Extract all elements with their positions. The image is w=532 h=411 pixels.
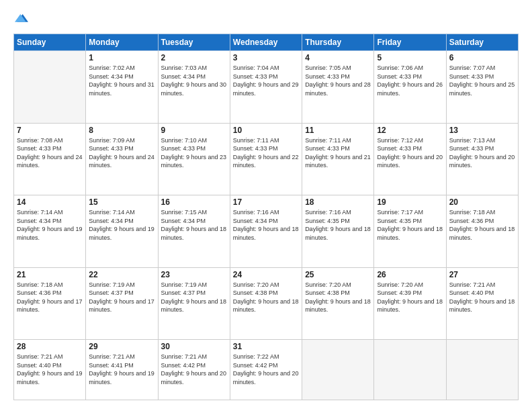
calendar-cell <box>14 51 86 124</box>
calendar-cell: 14Sunrise: 7:14 AMSunset: 4:34 PMDayligh… <box>14 195 86 268</box>
calendar-cell: 21Sunrise: 7:18 AMSunset: 4:36 PMDayligh… <box>14 267 86 340</box>
day-info: Sunrise: 7:03 AMSunset: 4:34 PMDaylight:… <box>161 64 227 97</box>
calendar-cell: 16Sunrise: 7:15 AMSunset: 4:34 PMDayligh… <box>158 195 230 268</box>
calendar-cell: 2Sunrise: 7:03 AMSunset: 4:34 PMDaylight… <box>158 51 230 124</box>
calendar-cell: 18Sunrise: 7:16 AMSunset: 4:35 PMDayligh… <box>302 195 374 268</box>
day-info: Sunrise: 7:21 AMSunset: 4:41 PMDaylight:… <box>89 353 154 386</box>
day-number: 18 <box>305 197 371 207</box>
calendar-cell: 23Sunrise: 7:19 AMSunset: 4:37 PMDayligh… <box>158 267 230 340</box>
weekday-header-cell: Tuesday <box>158 34 230 51</box>
day-number: 6 <box>449 53 515 62</box>
day-info: Sunrise: 7:14 AMSunset: 4:34 PMDaylight:… <box>89 208 154 242</box>
day-number: 21 <box>17 270 83 279</box>
calendar-body: 1Sunrise: 7:02 AMSunset: 4:34 PMDaylight… <box>14 51 519 400</box>
day-info: Sunrise: 7:13 AMSunset: 4:33 PMDaylight:… <box>449 136 515 170</box>
day-info: Sunrise: 7:18 AMSunset: 4:36 PMDaylight:… <box>449 208 515 242</box>
logo-icon <box>15 11 28 24</box>
day-number: 17 <box>233 197 299 207</box>
calendar-cell: 17Sunrise: 7:16 AMSunset: 4:34 PMDayligh… <box>230 195 302 268</box>
calendar-cell: 24Sunrise: 7:20 AMSunset: 4:38 PMDayligh… <box>230 267 302 340</box>
calendar-cell: 26Sunrise: 7:20 AMSunset: 4:39 PMDayligh… <box>374 267 446 340</box>
weekday-header-cell: Thursday <box>302 34 374 51</box>
header <box>13 11 519 27</box>
calendar-cell: 13Sunrise: 7:13 AMSunset: 4:33 PMDayligh… <box>446 123 518 195</box>
calendar-cell: 1Sunrise: 7:02 AMSunset: 4:34 PMDaylight… <box>86 51 158 124</box>
calendar-cell: 15Sunrise: 7:14 AMSunset: 4:34 PMDayligh… <box>86 195 158 268</box>
day-number: 27 <box>449 270 515 279</box>
calendar-cell: 8Sunrise: 7:09 AMSunset: 4:33 PMDaylight… <box>86 123 158 195</box>
calendar-cell: 7Sunrise: 7:08 AMSunset: 4:33 PMDaylight… <box>14 123 86 195</box>
day-info: Sunrise: 7:06 AMSunset: 4:33 PMDaylight:… <box>377 64 443 97</box>
calendar-cell: 28Sunrise: 7:21 AMSunset: 4:40 PMDayligh… <box>14 340 86 400</box>
weekday-header-cell: Saturday <box>446 34 518 51</box>
day-info: Sunrise: 7:05 AMSunset: 4:33 PMDaylight:… <box>305 64 371 97</box>
day-info: Sunrise: 7:08 AMSunset: 4:33 PMDaylight:… <box>17 136 83 170</box>
day-number: 16 <box>161 197 227 207</box>
weekday-header-row: SundayMondayTuesdayWednesdayThursdayFrid… <box>14 34 519 51</box>
calendar-cell: 20Sunrise: 7:18 AMSunset: 4:36 PMDayligh… <box>446 195 518 268</box>
day-info: Sunrise: 7:18 AMSunset: 4:36 PMDaylight:… <box>17 281 83 314</box>
day-number: 10 <box>233 126 299 135</box>
day-info: Sunrise: 7:20 AMSunset: 4:39 PMDaylight:… <box>377 281 443 314</box>
day-info: Sunrise: 7:20 AMSunset: 4:38 PMDaylight:… <box>233 281 299 314</box>
day-number: 22 <box>89 270 154 279</box>
calendar-cell: 30Sunrise: 7:21 AMSunset: 4:42 PMDayligh… <box>158 340 230 400</box>
day-number: 19 <box>377 197 443 207</box>
day-info: Sunrise: 7:17 AMSunset: 4:35 PMDaylight:… <box>377 208 443 242</box>
day-info: Sunrise: 7:16 AMSunset: 4:34 PMDaylight:… <box>233 208 299 242</box>
calendar-cell: 5Sunrise: 7:06 AMSunset: 4:33 PMDaylight… <box>374 51 446 124</box>
calendar-cell: 11Sunrise: 7:11 AMSunset: 4:33 PMDayligh… <box>302 123 374 195</box>
calendar-cell <box>374 340 446 400</box>
day-number: 1 <box>89 53 154 62</box>
calendar-cell: 9Sunrise: 7:10 AMSunset: 4:33 PMDaylight… <box>158 123 230 195</box>
day-info: Sunrise: 7:04 AMSunset: 4:33 PMDaylight:… <box>233 64 299 97</box>
day-info: Sunrise: 7:16 AMSunset: 4:35 PMDaylight:… <box>305 208 371 242</box>
calendar-week-row: 21Sunrise: 7:18 AMSunset: 4:36 PMDayligh… <box>14 267 519 340</box>
day-info: Sunrise: 7:11 AMSunset: 4:33 PMDaylight:… <box>305 136 371 170</box>
weekday-header-cell: Friday <box>374 34 446 51</box>
calendar-table: SundayMondayTuesdayWednesdayThursdayFrid… <box>13 34 519 400</box>
day-info: Sunrise: 7:11 AMSunset: 4:33 PMDaylight:… <box>233 136 299 170</box>
day-number: 15 <box>89 197 154 207</box>
calendar-cell: 29Sunrise: 7:21 AMSunset: 4:41 PMDayligh… <box>86 340 158 400</box>
day-number: 23 <box>161 270 227 279</box>
day-info: Sunrise: 7:19 AMSunset: 4:37 PMDaylight:… <box>89 281 154 314</box>
calendar-cell <box>446 340 518 400</box>
day-info: Sunrise: 7:09 AMSunset: 4:33 PMDaylight:… <box>89 136 154 170</box>
day-info: Sunrise: 7:15 AMSunset: 4:34 PMDaylight:… <box>161 208 227 242</box>
day-number: 11 <box>305 126 371 135</box>
weekday-header-cell: Sunday <box>14 34 86 51</box>
day-info: Sunrise: 7:21 AMSunset: 4:42 PMDaylight:… <box>161 353 227 386</box>
day-number: 12 <box>377 126 443 135</box>
day-number: 29 <box>89 342 154 351</box>
day-number: 2 <box>161 53 227 62</box>
day-info: Sunrise: 7:21 AMSunset: 4:40 PMDaylight:… <box>17 353 83 386</box>
day-number: 30 <box>161 342 227 351</box>
calendar-cell <box>302 340 374 400</box>
day-number: 25 <box>305 270 371 279</box>
day-info: Sunrise: 7:02 AMSunset: 4:34 PMDaylight:… <box>89 64 154 97</box>
calendar-week-row: 1Sunrise: 7:02 AMSunset: 4:34 PMDaylight… <box>14 51 519 124</box>
calendar-cell: 6Sunrise: 7:07 AMSunset: 4:33 PMDaylight… <box>446 51 518 124</box>
weekday-header-cell: Monday <box>86 34 158 51</box>
day-number: 5 <box>377 53 443 62</box>
day-number: 31 <box>233 342 299 351</box>
day-info: Sunrise: 7:20 AMSunset: 4:38 PMDaylight:… <box>305 281 371 314</box>
day-info: Sunrise: 7:22 AMSunset: 4:42 PMDaylight:… <box>233 353 299 386</box>
calendar-week-row: 28Sunrise: 7:21 AMSunset: 4:40 PMDayligh… <box>14 340 519 400</box>
day-number: 28 <box>17 342 83 351</box>
calendar-page: SundayMondayTuesdayWednesdayThursdayFrid… <box>0 0 532 411</box>
day-number: 3 <box>233 53 299 62</box>
day-info: Sunrise: 7:21 AMSunset: 4:40 PMDaylight:… <box>449 281 515 314</box>
day-number: 14 <box>17 197 83 207</box>
day-info: Sunrise: 7:10 AMSunset: 4:33 PMDaylight:… <box>161 136 227 170</box>
calendar-cell: 25Sunrise: 7:20 AMSunset: 4:38 PMDayligh… <box>302 267 374 340</box>
calendar-cell: 10Sunrise: 7:11 AMSunset: 4:33 PMDayligh… <box>230 123 302 195</box>
day-number: 26 <box>377 270 443 279</box>
calendar-cell: 31Sunrise: 7:22 AMSunset: 4:42 PMDayligh… <box>230 340 302 400</box>
day-number: 7 <box>17 126 83 135</box>
calendar-cell: 12Sunrise: 7:12 AMSunset: 4:33 PMDayligh… <box>374 123 446 195</box>
logo <box>13 11 28 27</box>
day-info: Sunrise: 7:07 AMSunset: 4:33 PMDaylight:… <box>449 64 515 97</box>
calendar-cell: 22Sunrise: 7:19 AMSunset: 4:37 PMDayligh… <box>86 267 158 340</box>
